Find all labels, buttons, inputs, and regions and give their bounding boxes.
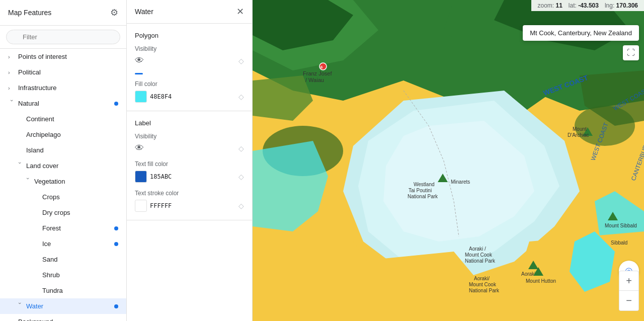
text-stroke-value: FFFFFF	[150, 202, 172, 209]
text-stroke-color-row: FFFFFF ◇	[135, 200, 244, 212]
diamond-icon[interactable]: ◇	[238, 202, 244, 210]
text-stroke-swatch[interactable]	[135, 200, 147, 212]
sidebar-item-label: Crops	[42, 193, 118, 201]
sidebar-item-label: Ice	[42, 240, 112, 248]
chevron-down-icon: ›	[9, 100, 15, 108]
text-stroke-label: Text stroke color	[135, 190, 244, 197]
sidebar-item-archipelago[interactable]: Archipelago	[0, 127, 126, 142]
chevron-right-icon: ›	[8, 69, 16, 75]
svg-text:Aoraki /: Aoraki /	[469, 246, 486, 252]
sidebar-header: Map Features ⚙	[0, 0, 126, 26]
sidebar: Map Features ⚙ ≡ › Points of interest › …	[0, 0, 127, 321]
sidebar-item-ice[interactable]: Ice	[0, 236, 126, 252]
svg-text:Sibbald: Sibbald	[611, 240, 627, 246]
svg-text:Mount Cook: Mount Cook	[469, 282, 497, 287]
zoom-value: 11	[555, 2, 562, 9]
sidebar-item-label: Background	[18, 318, 118, 321]
fill-color-value: 48E8F4	[150, 93, 172, 100]
sidebar-item-forest[interactable]: Forest	[0, 220, 126, 236]
text-fill-swatch[interactable]	[135, 171, 147, 183]
diamond-icon[interactable]: ◇	[238, 57, 244, 65]
svg-text:Aoraki/: Aoraki/	[474, 276, 490, 281]
fill-color-swatch[interactable]	[135, 91, 147, 103]
svg-text:National Park: National Park	[469, 288, 500, 293]
sidebar-item-label: Continent	[26, 115, 118, 123]
chevron-right-icon: ›	[8, 54, 16, 60]
diamond-icon[interactable]: ◇	[238, 93, 244, 101]
sidebar-filter-wrap: ≡	[0, 26, 126, 49]
label-visibility-label: Visibility	[135, 133, 244, 140]
map-canvas: WEST COAST WEST COAST CANTERBURY WEST CO…	[253, 0, 644, 321]
chevron-down-icon: ›	[25, 178, 31, 186]
label-visibility-row: 👁 ◇	[135, 143, 244, 153]
sidebar-nav-list: › Points of interest › Political › Infra…	[0, 49, 126, 321]
sidebar-item-natural[interactable]: › Natural	[0, 96, 126, 111]
modified-dot	[114, 242, 118, 246]
polygon-section: Polygon Visibility 👁 ◇ Fill color 48E8F4…	[127, 24, 252, 111]
label-section: Label Visibility 👁 ◇ Text fill color 185…	[127, 111, 252, 220]
filter-input[interactable]	[6, 30, 120, 44]
sidebar-item-land-cover[interactable]: › Land cover	[0, 158, 126, 174]
gear-icon[interactable]: ⚙	[110, 7, 118, 18]
water-properties-panel: Water ✕ Polygon Visibility 👁 ◇ Fill colo…	[127, 0, 253, 321]
sidebar-item-label: Sand	[42, 256, 118, 263]
sidebar-item-points-of-interest[interactable]: › Points of interest	[0, 49, 126, 64]
visibility-icon[interactable]: 👁	[135, 55, 144, 66]
lat-value: -43.503	[578, 2, 599, 9]
text-stroke-swatch-group[interactable]: FFFFFF	[135, 200, 172, 212]
label-visibility-icon[interactable]: 👁	[135, 143, 144, 153]
map-area[interactable]: WEST COAST WEST COAST CANTERBURY WEST CO…	[253, 0, 644, 321]
sidebar-title: Map Features	[8, 9, 51, 17]
fill-color-label: Fill color	[135, 81, 244, 88]
close-icon[interactable]: ✕	[236, 7, 244, 16]
svg-text:Mount Hutton: Mount Hutton	[526, 278, 556, 284]
panel-title: Water	[135, 8, 153, 16]
chevron-down-icon: ›	[17, 162, 23, 170]
zoom-label: zoom: 11	[537, 2, 562, 9]
zoom-out-button[interactable]: −	[619, 291, 639, 311]
fill-color-swatch-group[interactable]: 48E8F4	[135, 91, 172, 103]
sidebar-item-label: Forest	[42, 224, 112, 232]
sidebar-item-water[interactable]: › Water	[0, 298, 126, 314]
map-status-bar: zoom: 11 lat: -43.503 lng: 170.306	[531, 0, 644, 11]
sidebar-item-sand[interactable]: Sand	[0, 252, 126, 267]
fill-color-row: 48E8F4 ◇	[135, 91, 244, 103]
modified-dot	[114, 226, 118, 230]
text-fill-label: Text fill color	[135, 160, 244, 168]
sidebar-item-background[interactable]: Background	[0, 314, 126, 321]
text-fill-swatch-group[interactable]: 185ABC	[135, 171, 172, 183]
diamond-icon[interactable]: ◇	[238, 173, 244, 181]
sidebar-item-island[interactable]: Island	[0, 142, 126, 158]
sidebar-item-label: Dry crops	[42, 209, 118, 216]
sidebar-item-label: Shrub	[42, 271, 118, 279]
zoom-controls: + −	[619, 271, 639, 311]
panel-header: Water ✕	[127, 0, 252, 24]
polygon-visibility-row: 👁 ◇	[135, 55, 244, 66]
svg-text:National Park: National Park	[465, 258, 496, 264]
zoom-in-button[interactable]: +	[619, 271, 639, 291]
sidebar-item-label: Tundra	[42, 287, 118, 294]
sidebar-item-dry-crops[interactable]: Dry crops	[0, 205, 126, 220]
svg-text:Franz Josef: Franz Josef	[303, 70, 332, 76]
modified-dot	[114, 304, 118, 308]
sidebar-item-crops[interactable]: Crops	[0, 189, 126, 205]
text-fill-value: 185ABC	[150, 173, 172, 180]
sidebar-item-political[interactable]: › Political	[0, 64, 126, 80]
diamond-icon[interactable]: ◇	[238, 144, 244, 152]
lat-display: lat: -43.503	[569, 2, 599, 9]
lng-display: lng: 170.306	[605, 2, 638, 9]
sidebar-item-tundra[interactable]: Tundra	[0, 283, 126, 298]
sidebar-item-infrastructure[interactable]: › Infrastructure	[0, 80, 126, 96]
svg-text:Minarets: Minarets	[451, 179, 470, 185]
svg-text:Mount Sibbald: Mount Sibbald	[605, 223, 637, 228]
sidebar-item-label: Natural	[18, 100, 112, 107]
modified-dot	[114, 102, 118, 106]
visibility-label: Visibility	[135, 45, 244, 52]
fullscreen-button[interactable]: ⛶	[623, 45, 639, 60]
chevron-down-icon: ›	[17, 302, 23, 310]
sidebar-item-continent[interactable]: Continent	[0, 111, 126, 127]
sidebar-item-vegetation[interactable]: › Vegetation	[0, 174, 126, 189]
svg-text:Mount: Mount	[573, 126, 587, 132]
sidebar-item-label: Land cover	[26, 162, 118, 170]
sidebar-item-shrub[interactable]: Shrub	[0, 267, 126, 283]
